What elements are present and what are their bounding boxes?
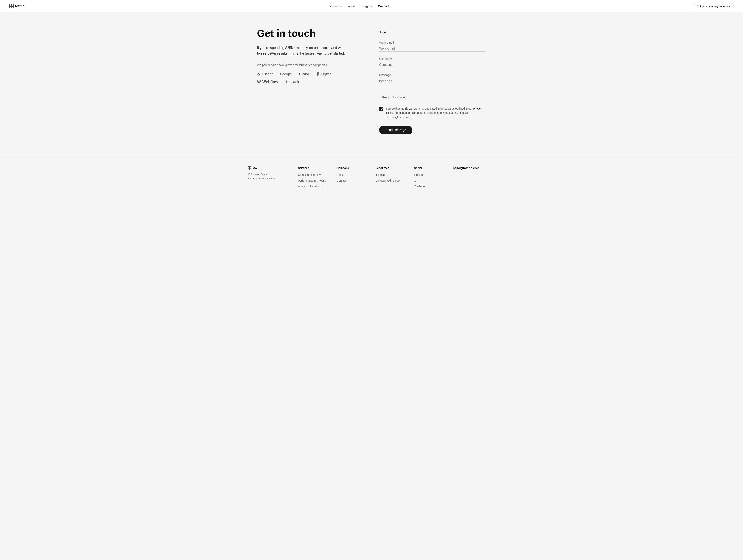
logo-figma: Figma xyxy=(317,72,332,77)
reason-dropdown[interactable]: › Reason for contact xyxy=(379,94,486,101)
name-input[interactable] xyxy=(379,30,486,35)
list-item: Analytics & attribution xyxy=(298,185,329,188)
footer-resources-list: Insights LinkedIn audit guide xyxy=(376,173,406,182)
nav-link-about[interactable]: About xyxy=(348,4,356,8)
main-content: Get in touch If you're spending $25k+ mo… xyxy=(248,12,495,154)
list-item: Insights xyxy=(376,173,406,176)
company-input[interactable] xyxy=(379,62,486,68)
footer-logo-icon xyxy=(248,166,251,170)
hero-subtitle: If you're spending $25k+ monthly on paid… xyxy=(257,45,346,56)
footer-link-performance[interactable]: Performance marketing xyxy=(298,179,326,182)
page-title: Get in touch xyxy=(257,28,364,39)
nav-links: Services ▾ About Insights Contact xyxy=(329,4,389,8)
svg-rect-14 xyxy=(288,81,288,82)
send-message-button[interactable]: Send message xyxy=(379,126,412,134)
footer-social-heading: Social xyxy=(414,166,445,170)
svg-rect-18 xyxy=(250,167,251,168)
footer-link-campaign[interactable]: Campaign strategy xyxy=(298,173,321,176)
nav-logo[interactable]: Metric xyxy=(9,4,24,8)
footer-company-list: About Contact xyxy=(337,173,367,182)
svg-rect-2 xyxy=(9,6,11,8)
list-item: X xyxy=(414,179,445,182)
footer-logo: Metric xyxy=(248,166,290,170)
list-item: Performance marketing xyxy=(298,179,329,182)
svg-rect-15 xyxy=(287,83,289,83)
logo-wise: 7Wise xyxy=(299,72,310,77)
nav-item-services[interactable]: Services ▾ xyxy=(329,4,342,8)
message-input[interactable] xyxy=(379,78,486,87)
svg-rect-4 xyxy=(317,72,318,74)
footer-social: Social LinkedIn X YouTube xyxy=(414,166,445,190)
navbar: Metric Services ▾ About Insights Contact… xyxy=(0,0,743,12)
footer-link-contact[interactable]: Contact xyxy=(337,179,346,182)
footer-link-insights[interactable]: Insights xyxy=(376,173,385,176)
svg-rect-17 xyxy=(248,167,249,168)
linear-icon xyxy=(257,72,261,76)
list-item: LinkedIn xyxy=(414,173,445,176)
footer: Metric 123 Market Street San Francisco, … xyxy=(0,154,743,200)
nav-item-about[interactable]: About xyxy=(348,4,356,8)
footer-link-audit[interactable]: LinkedIn audit guide xyxy=(376,179,400,182)
footer-company-heading: Company xyxy=(337,166,367,170)
svg-rect-16 xyxy=(287,83,287,83)
footer-link-x[interactable]: X xyxy=(414,179,416,182)
reason-label: Reason for contact xyxy=(382,96,406,99)
svg-rect-1 xyxy=(12,4,13,6)
footer-brand: Metric 123 Market Street San Francisco, … xyxy=(248,166,290,190)
nav-item-insights[interactable]: Insights xyxy=(362,4,372,8)
metric-logo-icon xyxy=(9,4,13,8)
footer-address: 123 Market Street San Francisco, CA 9410… xyxy=(248,172,290,181)
power-text: We power paid social growth for innovati… xyxy=(257,63,364,67)
nav-cta-button[interactable]: Get your campaign analysis xyxy=(693,3,734,9)
nav-link-contact[interactable]: Contact xyxy=(378,4,389,8)
footer-email-col: hello@metric.com xyxy=(453,166,495,190)
svg-rect-11 xyxy=(286,81,287,82)
contact-form-section: Work email Company Message › Reason for … xyxy=(379,28,486,134)
footer-services-heading: Services xyxy=(298,166,329,170)
svg-rect-19 xyxy=(248,168,249,170)
list-item: About xyxy=(337,173,367,176)
logo-row-1: Linear Google 7Wise Figma xyxy=(257,72,364,77)
footer-inner: Metric 123 Market Street San Francisco, … xyxy=(248,166,495,190)
message-field-group: Message xyxy=(379,73,486,88)
logo-row-2: W Webflow slack xyxy=(257,80,364,85)
company-label: Company xyxy=(379,57,486,60)
footer-social-list: LinkedIn X YouTube xyxy=(414,173,445,188)
footer-services-list: Campaign strategy Performance marketing … xyxy=(298,173,329,188)
svg-rect-5 xyxy=(318,72,319,74)
slack-icon xyxy=(285,80,289,84)
chevron-down-icon: ▾ xyxy=(340,4,342,8)
svg-rect-20 xyxy=(250,168,251,170)
nav-item-contact[interactable]: Contact xyxy=(378,4,389,8)
figma-icon xyxy=(317,72,319,76)
company-field-group: Company xyxy=(379,57,486,68)
consent-checkbox[interactable] xyxy=(379,107,384,111)
logo-linear: Linear xyxy=(257,72,273,77)
footer-resources: Resources Insights LinkedIn audit guide xyxy=(376,166,406,190)
footer-link-analytics[interactable]: Analytics & attribution xyxy=(298,185,324,188)
footer-resources-heading: Resources xyxy=(376,166,406,170)
checkmark-icon xyxy=(380,108,383,110)
consent-row: I agree that Metric can store my submitt… xyxy=(379,106,486,119)
nav-logo-text: Metric xyxy=(15,4,24,8)
footer-link-youtube[interactable]: YouTube xyxy=(414,185,425,188)
nav-link-insights[interactable]: Insights xyxy=(362,4,372,8)
svg-rect-0 xyxy=(9,4,11,6)
svg-rect-3 xyxy=(12,6,13,8)
nav-link-services[interactable]: Services ▾ xyxy=(329,4,342,8)
email-input[interactable] xyxy=(379,46,486,52)
contact-form: Work email Company Message › Reason for … xyxy=(379,30,486,134)
logo-google: Google xyxy=(280,72,292,77)
list-item: Contact xyxy=(337,179,367,182)
consent-text: I agree that Metric can store my submitt… xyxy=(386,106,486,119)
logo-slack: slack xyxy=(285,80,299,84)
footer-services: Services Campaign strategy Performance m… xyxy=(298,166,329,190)
svg-point-7 xyxy=(318,74,319,75)
message-label: Message xyxy=(379,73,486,77)
footer-email-link[interactable]: hello@metric.com xyxy=(453,166,479,170)
footer-link-linkedin[interactable]: LinkedIn xyxy=(414,173,424,176)
footer-link-about[interactable]: About xyxy=(337,173,344,176)
logo-webflow: W Webflow xyxy=(257,80,278,85)
list-item: Campaign strategy xyxy=(298,173,329,176)
list-item: LinkedIn audit guide xyxy=(376,179,406,182)
